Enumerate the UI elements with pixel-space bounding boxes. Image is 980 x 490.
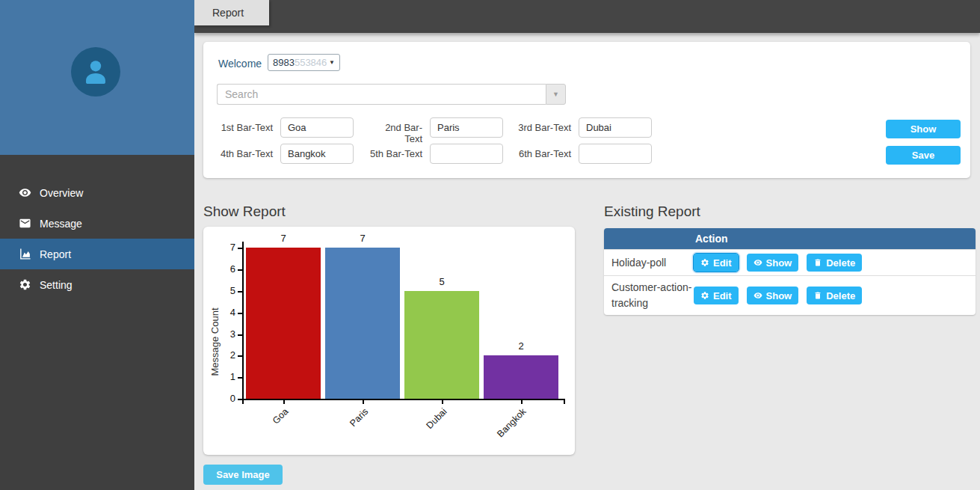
x-tick (521, 399, 523, 404)
save-button[interactable]: Save (886, 146, 961, 165)
user-select-value: 8983 (273, 57, 295, 68)
envelope-icon (19, 217, 31, 230)
table-header: Action (604, 228, 976, 249)
bar-text-label-1: 1st Bar-Text (219, 122, 273, 133)
trash-icon (813, 291, 822, 300)
y-tick (238, 313, 242, 314)
sidebar-item-label: Overview (40, 187, 83, 199)
show-report-title: Show Report (203, 203, 286, 220)
y-axis-label: Message Count (209, 282, 221, 402)
y-tick-label: 5 (213, 285, 235, 296)
sidebar-item-message[interactable]: Message (0, 208, 194, 239)
avatar-panel (0, 0, 194, 155)
edit-button[interactable]: Edit (694, 254, 739, 272)
chart-card: Message Count 012345677Goa7Paris5Dubai2B… (203, 227, 575, 455)
report-form-card: Welcome 8983 553846 ▼ ▼ 1st Bar-Text 2nd… (203, 42, 970, 178)
bar-text-input-4[interactable] (280, 144, 354, 164)
report-name: Holiday-poll (604, 255, 694, 271)
welcome-label: Welcome (218, 58, 262, 70)
show-report-button[interactable]: Show (747, 254, 799, 272)
report-name: Customer-action-tracking (604, 280, 694, 311)
bar-text-input-5[interactable] (430, 144, 503, 164)
y-tick (238, 334, 242, 336)
sidebar-menu: Overview Message Report Setting (0, 177, 194, 300)
y-tick-label: 7 (213, 242, 235, 253)
bar-value-label: 7 (246, 233, 321, 244)
x-tick (283, 399, 285, 404)
x-tick (363, 399, 364, 404)
show-button-label: Show (766, 257, 792, 269)
bar-text-label-5: 5th Bar-Text (369, 148, 422, 159)
delete-button[interactable]: Delete (807, 287, 862, 304)
eye-icon (754, 291, 762, 300)
x-axis-line (242, 399, 564, 400)
gear-icon (700, 291, 709, 300)
main-area: Report Welcome 8983 553846 ▼ ▼ 1st Bar-T… (194, 0, 980, 490)
sidebar-item-overview[interactable]: Overview (0, 177, 194, 208)
y-tick-label: 6 (213, 263, 235, 275)
avatar (71, 47, 120, 97)
save-image-button[interactable]: Save Image (203, 465, 283, 485)
bar-value-label: 2 (484, 340, 558, 352)
edit-button-label: Edit (713, 290, 732, 301)
tab-label: Report (212, 7, 244, 19)
sidebar-item-setting[interactable]: Setting (0, 269, 194, 300)
action-column-header: Action (695, 233, 728, 245)
bar-text-input-3[interactable] (579, 117, 652, 138)
delete-button-label: Delete (826, 257, 855, 269)
sidebar-item-label: Report (40, 248, 71, 260)
y-tick-label: 1 (213, 371, 235, 382)
y-tick-label: 4 (213, 307, 235, 318)
existing-report-title: Existing Report (604, 203, 700, 220)
delete-button-label: Delete (826, 290, 855, 301)
bar-paris (325, 248, 400, 399)
tab-report[interactable]: Report (194, 0, 269, 25)
table-row: Customer-action-tracking Edit Show Delet… (604, 275, 976, 315)
bar-goa (246, 248, 321, 399)
y-tick-label: 3 (213, 328, 235, 340)
bar-text-label-2: 2nd Bar-Text (369, 122, 422, 144)
bar-text-label-6: 6th Bar-Text (517, 148, 571, 159)
chevron-down-icon: ▼ (329, 59, 335, 66)
bar-text-input-1[interactable] (280, 117, 354, 138)
bar-value-label: 5 (404, 276, 479, 287)
search-input[interactable] (217, 84, 546, 105)
x-tick-label: Dubai (425, 406, 449, 431)
x-tick (242, 399, 244, 404)
sidebar-item-report[interactable]: Report (0, 239, 194, 269)
y-tick-label: 2 (213, 349, 235, 361)
user-select[interactable]: 8983 553846 ▼ (268, 54, 340, 71)
y-axis-line (242, 242, 244, 400)
sidebar-item-label: Message (40, 218, 82, 230)
trash-icon (813, 258, 822, 267)
bar-value-label: 7 (325, 233, 400, 244)
bar-dubai (404, 291, 479, 399)
bar-text-input-2[interactable] (430, 117, 503, 138)
eye-icon (19, 186, 31, 199)
bar-chart: Message Count 012345677Goa7Paris5Dubai2B… (203, 227, 575, 455)
bar-text-input-6[interactable] (579, 144, 652, 164)
x-tick-label: Paris (348, 406, 370, 429)
edit-button[interactable]: Edit (694, 287, 739, 304)
gear-icon (700, 258, 709, 267)
user-icon (80, 56, 111, 88)
show-report-button[interactable]: Show (747, 287, 799, 304)
sidebar-item-label: Setting (40, 279, 73, 291)
bar-text-label-4: 4th Bar-Text (219, 148, 273, 159)
chevron-down-icon: ▼ (552, 91, 559, 98)
gear-icon (19, 278, 31, 291)
y-tick (238, 248, 242, 249)
sidebar: Overview Message Report Setting (0, 0, 194, 490)
y-tick (238, 377, 242, 379)
y-tick-label: 0 (213, 393, 235, 404)
y-tick (238, 269, 242, 271)
delete-button[interactable]: Delete (807, 254, 862, 272)
show-button[interactable]: Show (886, 120, 961, 138)
area-chart-icon (19, 248, 31, 260)
eye-icon (754, 258, 762, 267)
x-tick (564, 399, 565, 404)
search-dropdown-button[interactable]: ▼ (546, 84, 566, 105)
user-select-value-faded: 553846 (295, 57, 327, 68)
table-row: Holiday-poll Edit Show Delete (604, 249, 976, 275)
content: Welcome 8983 553846 ▼ ▼ 1st Bar-Text 2nd… (194, 33, 980, 490)
